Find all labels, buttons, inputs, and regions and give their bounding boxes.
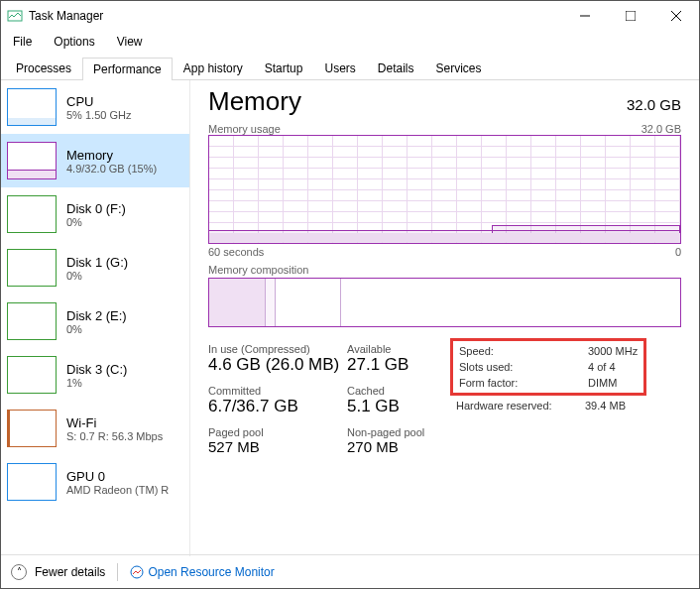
tab-startup[interactable]: Startup <box>254 57 314 79</box>
footer: ˄ Fewer details Open Resource Monitor <box>1 554 699 588</box>
memory-usage-chart[interactable] <box>208 135 681 244</box>
hw-reserved-value: 39.4 MB <box>585 400 626 412</box>
paged-value: 527 MB <box>208 438 347 455</box>
sidebar-label: Disk 0 (F:) <box>66 201 126 216</box>
menu-view[interactable]: View <box>113 33 147 51</box>
maximize-button[interactable] <box>608 1 653 31</box>
tab-processes[interactable]: Processes <box>5 57 82 79</box>
menu-options[interactable]: Options <box>50 33 98 51</box>
highlight-box: Speed:3000 MHz Slots used:4 of 4 Form fa… <box>450 338 646 396</box>
nonpaged-value: 270 MB <box>347 438 446 455</box>
speed-key: Speed: <box>459 345 588 357</box>
sidebar-label: Disk 3 (C:) <box>66 362 127 377</box>
close-button[interactable] <box>653 1 699 31</box>
sidebar-sub: 1% <box>66 377 127 389</box>
sidebar-sub: 4.9/32.0 GB (15%) <box>66 163 157 175</box>
sidebar-label: Memory <box>66 148 157 163</box>
sidebar-item-gpu0[interactable]: GPU 0AMD Radeon (TM) R <box>1 455 189 509</box>
sidebar-item-disk1[interactable]: Disk 1 (G:)0% <box>1 241 189 294</box>
form-key: Form factor: <box>459 377 588 389</box>
hw-reserved-key: Hardware reserved: <box>456 400 585 412</box>
fewer-details-button[interactable]: Fewer details <box>35 565 105 579</box>
usage-max: 32.0 GB <box>642 123 681 135</box>
sidebar-item-disk3[interactable]: Disk 3 (C:)1% <box>1 348 189 402</box>
in-use-value: 4.6 GB (26.0 MB) <box>208 355 347 375</box>
svg-rect-2 <box>626 11 636 21</box>
sidebar-label: Disk 2 (E:) <box>66 308 127 323</box>
wifi-thumb-icon <box>7 410 57 447</box>
usage-label: Memory usage <box>208 123 281 135</box>
slots-key: Slots used: <box>459 361 588 373</box>
memory-thumb-icon <box>7 142 57 179</box>
tab-details[interactable]: Details <box>367 57 425 79</box>
disk-thumb-icon <box>7 356 57 394</box>
window-title: Task Manager <box>29 9 562 23</box>
form-value: DIMM <box>588 377 617 389</box>
detail-total: 32.0 GB <box>627 96 681 113</box>
open-resource-monitor-link[interactable]: Open Resource Monitor <box>130 565 274 579</box>
tab-performance[interactable]: Performance <box>82 58 173 80</box>
in-use-label: In use (Compressed) <box>208 343 347 355</box>
cpu-thumb-icon <box>7 88 57 126</box>
axis-left: 60 seconds <box>208 246 264 258</box>
cached-value: 5.1 GB <box>347 397 446 416</box>
nonpaged-label: Non-paged pool <box>347 426 446 438</box>
sidebar-label: Wi-Fi <box>66 415 163 430</box>
sidebar-item-disk0[interactable]: Disk 0 (F:)0% <box>1 187 189 241</box>
sidebar-sub: 0% <box>66 216 126 228</box>
speed-value: 3000 MHz <box>588 345 638 357</box>
sidebar-sub: S: 0.7 R: 56.3 Mbps <box>66 430 163 442</box>
resmon-icon <box>130 565 144 579</box>
app-icon <box>7 8 23 24</box>
menubar: File Options View <box>1 31 699 53</box>
detail-pane: Memory 32.0 GB Memory usage 32.0 GB 60 s… <box>190 80 699 556</box>
sidebar-item-disk2[interactable]: Disk 2 (E:)0% <box>1 294 189 348</box>
disk-thumb-icon <box>7 249 57 287</box>
slots-value: 4 of 4 <box>588 361 616 373</box>
tab-services[interactable]: Services <box>425 57 493 79</box>
axis-right: 0 <box>675 246 681 258</box>
detail-title: Memory <box>208 86 301 117</box>
sidebar-item-wifi[interactable]: Wi-FiS: 0.7 R: 56.3 Mbps <box>1 402 189 455</box>
gpu-thumb-icon <box>7 463 57 501</box>
sidebar[interactable]: CPU5% 1.50 GHz Memory4.9/32.0 GB (15%) D… <box>1 80 190 556</box>
committed-label: Committed <box>208 385 347 397</box>
sidebar-sub: AMD Radeon (TM) R <box>66 484 169 496</box>
disk-thumb-icon <box>7 195 57 233</box>
composition-label: Memory composition <box>208 264 681 276</box>
committed-value: 6.7/36.7 GB <box>208 397 347 416</box>
chevron-up-icon[interactable]: ˄ <box>11 564 27 580</box>
resmon-label: Open Resource Monitor <box>148 565 274 579</box>
memory-composition-chart[interactable] <box>208 278 681 327</box>
tab-strip: Processes Performance App history Startu… <box>1 53 699 80</box>
separator <box>117 563 118 581</box>
sidebar-sub: 0% <box>66 270 128 282</box>
available-value: 27.1 GB <box>347 355 446 375</box>
sidebar-item-cpu[interactable]: CPU5% 1.50 GHz <box>1 80 189 134</box>
sidebar-sub: 0% <box>66 323 127 335</box>
minimize-button[interactable] <box>562 1 608 31</box>
cached-label: Cached <box>347 385 446 397</box>
sidebar-label: GPU 0 <box>66 469 169 484</box>
sidebar-item-memory[interactable]: Memory4.9/32.0 GB (15%) <box>1 134 189 187</box>
sidebar-label: Disk 1 (G:) <box>66 255 128 270</box>
available-label: Available <box>347 343 446 355</box>
disk-thumb-icon <box>7 302 57 340</box>
menu-file[interactable]: File <box>9 33 36 51</box>
tab-users[interactable]: Users <box>313 57 366 79</box>
titlebar: Task Manager <box>1 1 699 31</box>
paged-label: Paged pool <box>208 426 347 438</box>
tab-app-history[interactable]: App history <box>173 57 254 79</box>
sidebar-sub: 5% 1.50 GHz <box>66 109 131 121</box>
sidebar-label: CPU <box>66 94 131 109</box>
memory-specs: Speed:3000 MHz Slots used:4 of 4 Form fa… <box>456 343 641 455</box>
